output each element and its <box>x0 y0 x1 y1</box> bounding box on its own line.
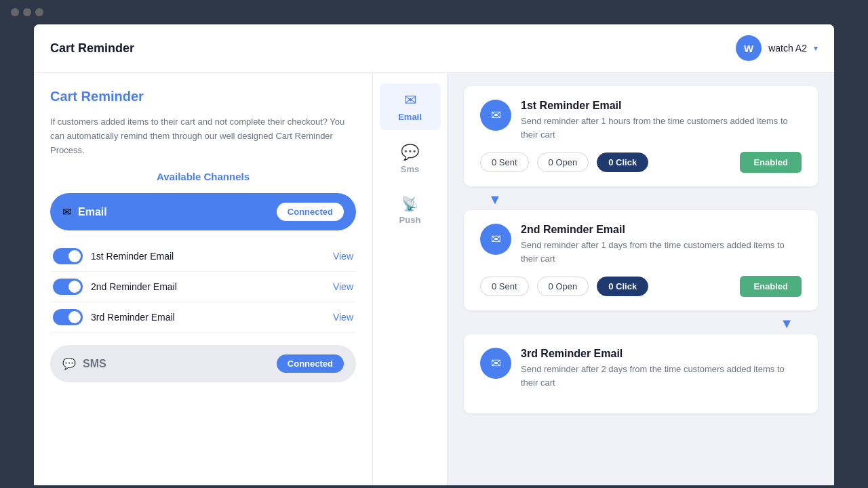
reminder-1-avatar-icon: ✉ <box>491 108 501 123</box>
reminder-3-toggle[interactable] <box>53 309 83 325</box>
reminder-1-toggle[interactable] <box>53 248 83 264</box>
stat-click-2[interactable]: 0 Click <box>597 277 648 296</box>
reminder-1-name: 1st Reminder Email <box>91 251 174 262</box>
reminder-2-view-link[interactable]: View <box>333 281 353 292</box>
window-controls <box>11 8 43 16</box>
reminder-3-avatar: ✉ <box>480 348 511 379</box>
available-channels-label: Available Channels <box>50 171 356 182</box>
tab-email[interactable]: ✉ Email <box>380 83 441 130</box>
chevron-down-icon: ▾ <box>814 43 818 53</box>
email-tab-label: Email <box>398 112 422 122</box>
reminder-3-view-link[interactable]: View <box>333 312 353 323</box>
maximize-dot[interactable] <box>35 8 43 16</box>
email-tab-icon: ✉ <box>404 92 416 109</box>
reminder-2-avatar: ✉ <box>480 224 511 255</box>
reminder-2-avatar-icon: ✉ <box>491 232 501 247</box>
sms-channel-name: SMS <box>83 358 106 370</box>
push-tab-label: Push <box>399 215 421 225</box>
reminder-1-status[interactable]: Enabled <box>740 152 802 173</box>
tab-sms[interactable]: 💬 Sms <box>380 136 441 182</box>
app-container: Cart Reminder W watch A2 ▾ Cart Reminder… <box>34 24 834 485</box>
reminder-card-1: ✉ 1st Reminder Email Send reminder after… <box>464 86 818 186</box>
tab-push[interactable]: 📡 Push <box>380 188 441 233</box>
sms-channel-button[interactable]: 💬 SMS Connected <box>50 345 356 382</box>
reminder-card-3: ✉ 3rd Reminder Email Send reminder after… <box>464 334 818 413</box>
stat-open-2: 0 Open <box>537 277 589 296</box>
reminder-card-1-desc: Send reminder after 1 hours from the tim… <box>521 115 802 141</box>
user-name: watch A2 <box>768 43 807 54</box>
reminder-card-2-desc: Send reminder after 1 days from the time… <box>521 239 802 265</box>
right-panel: ✉ 1st Reminder Email Send reminder after… <box>448 73 834 485</box>
minimize-dot[interactable] <box>23 8 31 16</box>
stat-click-1[interactable]: 0 Click <box>597 152 648 172</box>
reminder-card-2-stats: 0 Sent 0 Open 0 Click Enabled <box>480 276 802 297</box>
arrow-connector-2: ▼ <box>464 316 818 331</box>
reminder-card-1-stats: 0 Sent 0 Open 0 Click Enabled <box>480 152 802 173</box>
reminder-card-2: ✉ 2nd Reminder Email Send reminder after… <box>464 210 818 310</box>
user-menu[interactable]: W watch A2 ▾ <box>736 35 818 61</box>
app-title: Cart Reminder <box>50 41 134 56</box>
email-channel-button[interactable]: ✉ Email Connected <box>50 193 356 230</box>
down-arrow-icon: ▼ <box>488 192 502 207</box>
reminder-2-status[interactable]: Enabled <box>740 276 802 297</box>
sms-channel-icon: 💬 <box>62 357 76 370</box>
push-tab-icon: 📡 <box>401 196 418 212</box>
close-dot[interactable] <box>11 8 19 16</box>
panel-description: If customers added items to their cart a… <box>50 115 356 157</box>
sms-connected-badge: Connected <box>277 354 344 373</box>
reminder-2-toggle[interactable] <box>53 279 83 295</box>
reminder-1-view-link[interactable]: View <box>333 251 353 262</box>
main-content: Cart Reminder If customers added items t… <box>34 73 834 485</box>
arrow-connector-1: ▼ <box>464 192 818 207</box>
stat-sent-1: 0 Sent <box>480 152 529 172</box>
reminder-card-2-title: 2nd Reminder Email <box>521 224 802 236</box>
reminder-2-name: 2nd Reminder Email <box>91 281 177 292</box>
email-connected-badge: Connected <box>277 203 344 221</box>
reminder-3-name: 3rd Reminder Email <box>91 312 175 323</box>
user-avatar: W <box>736 35 762 61</box>
titlebar <box>0 0 868 24</box>
left-panel: Cart Reminder If customers added items t… <box>34 73 373 485</box>
reminder-card-3-title: 3rd Reminder Email <box>521 348 802 360</box>
right-arrow-icon: ▼ <box>780 316 793 331</box>
sms-tab-label: Sms <box>401 164 419 174</box>
panel-title: Cart Reminder <box>50 89 356 104</box>
reminder-card-1-title: 1st Reminder Email <box>521 100 802 112</box>
reminder-3-avatar-icon: ✉ <box>491 356 501 371</box>
stat-sent-2: 0 Sent <box>480 277 529 296</box>
email-channel-name: Email <box>78 206 107 218</box>
reminder-card-3-desc: Send reminder after 2 days from the time… <box>521 363 802 389</box>
stat-open-1: 0 Open <box>537 152 589 172</box>
header: Cart Reminder W watch A2 ▾ <box>34 24 834 73</box>
reminder-item-1: 1st Reminder Email View <box>50 241 356 272</box>
sms-tab-icon: 💬 <box>401 144 419 161</box>
reminder-1-avatar: ✉ <box>480 100 511 131</box>
email-channel-icon: ✉ <box>62 205 71 218</box>
reminder-item-3: 3rd Reminder Email View <box>50 302 356 333</box>
channel-tabs: ✉ Email 💬 Sms 📡 Push <box>373 73 448 485</box>
reminder-item-2: 2nd Reminder Email View <box>50 272 356 302</box>
